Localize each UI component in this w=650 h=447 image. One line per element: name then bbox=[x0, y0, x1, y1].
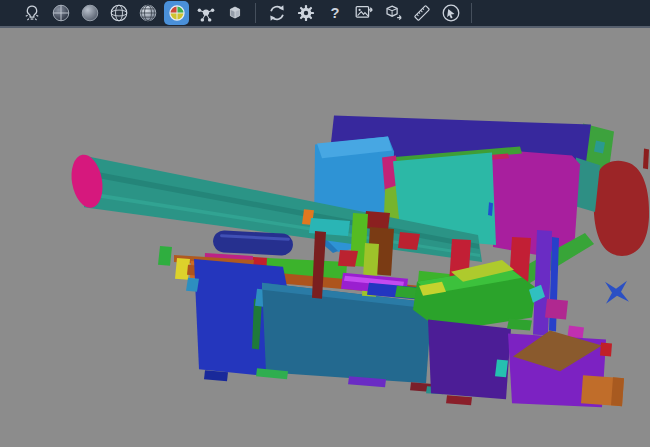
cyan-side-tab bbox=[495, 359, 508, 377]
sphere-axes-icon bbox=[50, 2, 72, 24]
azure-clip-small bbox=[186, 278, 199, 292]
shading-vertex-colors-button[interactable] bbox=[164, 1, 189, 25]
red-wedge-left bbox=[338, 250, 358, 267]
magenta-wheel-housing bbox=[492, 149, 580, 258]
darkred-post bbox=[312, 231, 326, 299]
orange-box-side bbox=[611, 377, 624, 406]
green-top-bit bbox=[507, 319, 532, 331]
export-model-button[interactable] bbox=[380, 1, 405, 25]
help-button[interactable] bbox=[322, 1, 347, 25]
royal-base-foot bbox=[204, 370, 228, 381]
image-export-icon bbox=[353, 2, 375, 24]
magenta-small-box bbox=[545, 299, 568, 320]
lighting-toggle-button[interactable] bbox=[19, 1, 44, 25]
star-marker bbox=[605, 281, 629, 304]
toolbar-separator bbox=[255, 3, 256, 23]
question-icon bbox=[324, 2, 346, 24]
scene-graph-button[interactable] bbox=[193, 1, 218, 25]
cube-icon bbox=[224, 2, 246, 24]
red-side-tab bbox=[600, 342, 612, 356]
pointer-icon bbox=[440, 2, 462, 24]
gear-icon bbox=[295, 2, 317, 24]
darkred-block-top bbox=[364, 211, 390, 230]
ruler-icon bbox=[411, 2, 433, 24]
reset-view-button[interactable] bbox=[264, 1, 289, 25]
red-antenna bbox=[643, 148, 649, 169]
bulb-icon bbox=[21, 2, 43, 24]
app-window: ? bbox=[0, 0, 650, 447]
darkred-bottom-tab bbox=[446, 395, 472, 405]
motor-blob bbox=[594, 161, 649, 256]
model-export-icon bbox=[382, 2, 404, 24]
left-green-bit bbox=[158, 246, 172, 266]
viewport bbox=[0, 28, 650, 445]
bounding-box-button[interactable] bbox=[222, 1, 247, 25]
shading-surface-edges-button[interactable] bbox=[135, 1, 160, 25]
select-mode-button[interactable] bbox=[438, 1, 463, 25]
node-graph-icon bbox=[195, 2, 217, 24]
shading-dark-sphere-button[interactable] bbox=[48, 1, 73, 25]
sphere-wireframe-icon bbox=[108, 2, 130, 24]
beam-teal-nub bbox=[594, 140, 605, 153]
settings-button[interactable] bbox=[293, 1, 318, 25]
toolbar bbox=[0, 0, 650, 28]
dark-purple-box bbox=[428, 320, 511, 400]
shading-wireframe-button[interactable] bbox=[106, 1, 131, 25]
red-wedge-right bbox=[398, 232, 420, 250]
vise-cylinder bbox=[212, 230, 293, 256]
sphere-colored-icon bbox=[166, 2, 188, 24]
measure-button[interactable] bbox=[409, 1, 434, 25]
sphere-grid-icon bbox=[137, 2, 159, 24]
viewport-canvas[interactable] bbox=[0, 28, 650, 445]
refresh-icon bbox=[266, 2, 288, 24]
sphere-solid-icon bbox=[79, 2, 101, 24]
shading-smooth-sphere-button[interactable] bbox=[77, 1, 102, 25]
toolbar-separator bbox=[471, 3, 472, 23]
export-image-button[interactable] bbox=[351, 1, 376, 25]
